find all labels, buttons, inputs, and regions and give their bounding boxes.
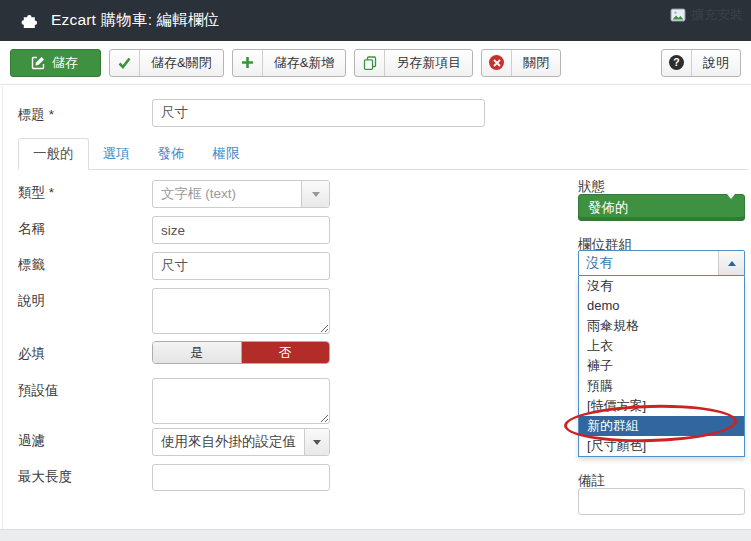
description-label: 說明 bbox=[18, 292, 45, 310]
puzzle-icon bbox=[20, 11, 39, 30]
required-toggle: 是 否 bbox=[152, 341, 330, 364]
tab-permissions[interactable]: 權限 bbox=[199, 139, 254, 169]
media-image-icon bbox=[670, 8, 687, 23]
chevron-down-icon bbox=[727, 199, 744, 217]
type-select: 文字框 (text) bbox=[152, 180, 330, 208]
pencil-square-icon bbox=[11, 50, 45, 76]
check-icon bbox=[110, 50, 140, 76]
help-button[interactable]: ? 說明 bbox=[661, 49, 741, 77]
field-group-select-value: 沒有 bbox=[579, 251, 718, 275]
chevron-up-icon bbox=[718, 251, 744, 275]
status-select-value: 發佈的 bbox=[579, 199, 727, 217]
title-field-label: 標題 * bbox=[18, 106, 54, 124]
save-new-button[interactable]: 儲存&新增 bbox=[232, 49, 347, 77]
default-value-textarea[interactable] bbox=[152, 378, 330, 424]
plus-icon bbox=[233, 50, 263, 76]
name-label: 名稱 bbox=[18, 220, 45, 238]
top-navbar: Ezcart 購物車: 編輯欄位 擴充安裝 bbox=[0, 0, 751, 41]
dropdown-option[interactable]: [尺寸顏色] bbox=[579, 436, 744, 456]
type-select-value: 文字框 (text) bbox=[153, 181, 301, 207]
tab-general[interactable]: 一般的 bbox=[18, 138, 89, 170]
tab-bar: 一般的 選項 發佈 權限 bbox=[18, 142, 748, 170]
copy-icon bbox=[355, 50, 385, 76]
status-select[interactable]: 發佈的 bbox=[578, 194, 745, 221]
name-input[interactable] bbox=[152, 216, 330, 244]
max-length-label: 最大長度 bbox=[18, 468, 72, 486]
filter-select-value: 使用來自外掛的設定值 bbox=[153, 429, 304, 455]
close-circle-icon bbox=[482, 50, 512, 76]
field-group-dropdown: 沒有 demo 雨傘規格 上衣 褲子 預購 [特價方案] 新的群組 [尺寸顏色] bbox=[578, 276, 745, 457]
help-button-label: 說明 bbox=[692, 50, 740, 76]
label-label: 標籤 bbox=[18, 256, 45, 274]
toolbar: 儲存 儲存&關閉 儲存&新增 另存新項目 關閉 bbox=[0, 41, 751, 85]
field-group-select[interactable]: 沒有 bbox=[578, 250, 745, 276]
dropdown-option[interactable]: 預購 bbox=[579, 376, 744, 396]
save-new-button-label: 儲存&新增 bbox=[263, 50, 346, 76]
page-title: Ezcart 購物車: 編輯欄位 bbox=[51, 10, 220, 31]
save-button-label: 儲存 bbox=[45, 50, 100, 76]
chevron-down-icon bbox=[301, 181, 329, 207]
title-input[interactable] bbox=[152, 99, 485, 127]
dropdown-option[interactable]: 上衣 bbox=[579, 336, 744, 356]
default-value-label: 預設值 bbox=[18, 382, 59, 400]
save-copy-button-label: 另存新項目 bbox=[385, 50, 472, 76]
tab-publishing[interactable]: 發佈 bbox=[144, 139, 199, 169]
tab-options[interactable]: 選項 bbox=[89, 139, 144, 169]
required-no-option[interactable]: 否 bbox=[242, 342, 330, 363]
dropdown-option[interactable]: 沒有 bbox=[579, 276, 744, 296]
required-label: 必填 bbox=[18, 345, 45, 363]
chevron-down-icon bbox=[304, 429, 329, 455]
description-textarea[interactable] bbox=[152, 288, 330, 334]
dropdown-option[interactable]: [特價方案] bbox=[579, 396, 744, 416]
close-button-label: 關閉 bbox=[512, 50, 560, 76]
save-close-button-label: 儲存&關閉 bbox=[140, 50, 223, 76]
required-yes-option[interactable]: 是 bbox=[153, 342, 242, 363]
max-length-input[interactable] bbox=[152, 464, 330, 491]
save-button[interactable]: 儲存 bbox=[10, 49, 101, 77]
filter-select[interactable]: 使用來自外掛的設定值 bbox=[152, 428, 330, 456]
edit-field-page: Ezcart 購物車: 編輯欄位 擴充安裝 儲存 儲存&關閉 儲存&新增 bbox=[0, 0, 751, 541]
dropdown-option-highlighted[interactable]: 新的群組 bbox=[579, 416, 744, 436]
content-left-edge bbox=[2, 86, 3, 529]
dropdown-option[interactable]: 雨傘規格 bbox=[579, 316, 744, 336]
save-copy-button[interactable]: 另存新項目 bbox=[354, 49, 473, 77]
type-label: 類型 * bbox=[18, 184, 54, 202]
close-button[interactable]: 關閉 bbox=[481, 49, 561, 77]
navbar-right-label: 擴充安裝 bbox=[691, 6, 743, 24]
dropdown-option[interactable]: demo bbox=[579, 296, 744, 316]
question-circle-icon: ? bbox=[662, 50, 692, 76]
footer-strip bbox=[0, 529, 751, 541]
save-close-button[interactable]: 儲存&關閉 bbox=[109, 49, 224, 77]
navbar-right-area[interactable]: 擴充安裝 bbox=[670, 6, 743, 24]
label-input[interactable] bbox=[152, 252, 330, 280]
note-input[interactable] bbox=[578, 488, 745, 515]
dropdown-option[interactable]: 褲子 bbox=[579, 356, 744, 376]
filter-label: 過濾 bbox=[18, 432, 45, 450]
